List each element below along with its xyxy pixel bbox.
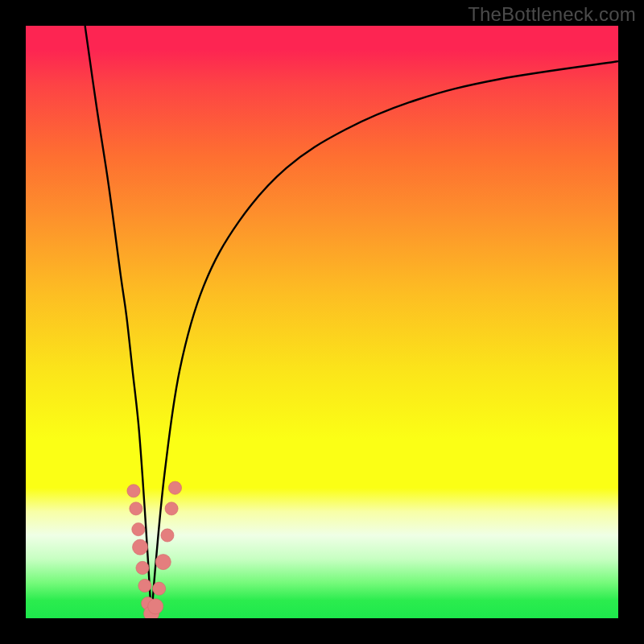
- curve-layer: [26, 26, 618, 618]
- data-marker: [161, 529, 174, 542]
- plot-area: [26, 26, 618, 618]
- marker-group: [127, 481, 182, 618]
- data-marker: [148, 599, 163, 614]
- curve-right-branch: [151, 61, 618, 618]
- data-marker: [138, 579, 151, 592]
- data-marker: [155, 555, 171, 570]
- data-marker: [136, 561, 149, 574]
- data-marker: [132, 523, 145, 536]
- data-marker: [130, 502, 142, 515]
- data-marker: [153, 582, 166, 595]
- watermark-text: TheBottleneck.com: [468, 3, 636, 26]
- data-marker: [127, 485, 140, 497]
- data-marker: [132, 539, 147, 555]
- data-marker: [168, 481, 181, 494]
- data-marker: [165, 502, 178, 515]
- chart-frame: TheBottleneck.com: [0, 0, 644, 644]
